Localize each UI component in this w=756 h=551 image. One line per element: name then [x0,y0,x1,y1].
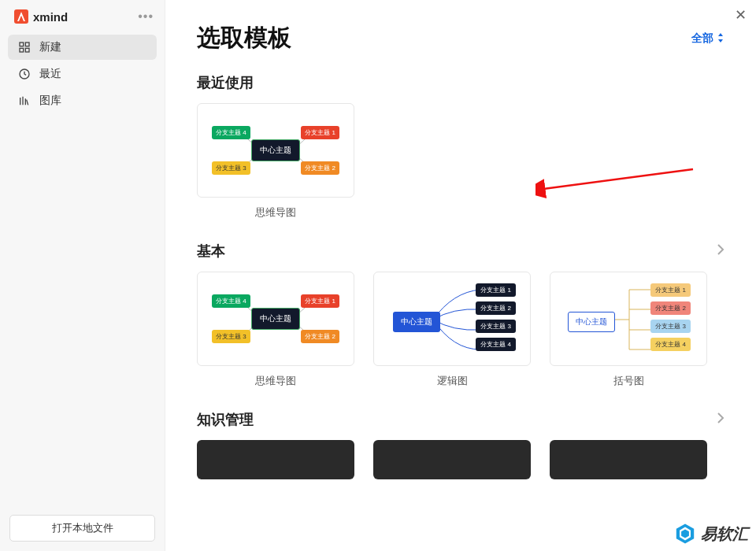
sidebar-item-label: 新建 [39,40,61,54]
node-child: 分支主题 2 [476,301,516,315]
library-icon [17,94,32,108]
sidebar-footer: 打开本地文件 [0,505,165,551]
template-card-wrap: 分支主题 4 分支主题 1 中心主题 分支主题 3 分支主题 2 思维导图 [197,103,354,220]
sidebar-item-recent[interactable]: 最近 [8,61,157,87]
logic-children: 分支主题 1 分支主题 2 分支主题 3 分支主题 4 [476,283,516,351]
sidebar-item-new[interactable]: 新建 [8,35,157,60]
open-local-file-button[interactable]: 打开本地文件 [9,515,155,542]
template-card-dark[interactable] [550,440,707,479]
sidebar-item-label: 图库 [39,94,61,108]
node-bottomright: 分支主题 2 [301,161,339,175]
node-bottomright: 分支主题 2 [301,330,339,343]
node-topright: 分支主题 1 [301,126,339,139]
section-recent: 最近使用 分支主题 4 分支主题 1 中心主题 分支主题 3 分支主题 2 [197,73,724,220]
node-bottomleft: 分支主题 3 [212,330,250,343]
section-knowledge: 知识管理 [197,410,724,479]
template-card-wrap: 中心主题 分支主题 1 分支主题 2 分支主题 3 分支主题 4 括号图 [550,272,707,388]
section-header: 知识管理 [197,410,724,429]
grid-icon [17,40,32,54]
clock-icon [17,67,32,81]
node-topleft: 分支主题 4 [212,294,250,308]
main: ✕ 选取模板 全部 最近使用 [165,0,756,551]
template-card-bracket[interactable]: 中心主题 分支主题 1 分支主题 2 分支主题 3 分支主题 4 [550,272,707,366]
watermark-logo-icon [674,523,696,545]
watermark: 易软汇 [674,523,748,545]
section-basic: 基本 分支主题 4 分支主题 1 中心主题 分支主题 [197,242,724,388]
content: 选取模板 全部 最近使用 [165,0,756,551]
filter-label: 全部 [691,31,713,46]
svg-rect-3 [25,48,29,52]
node-child: 分支主题 3 [476,320,516,333]
template-card-dark[interactable] [197,440,354,479]
sidebar-item-library[interactable]: 图库 [8,88,157,113]
card-label: 逻辑图 [437,374,468,388]
node-child: 分支主题 4 [650,338,691,351]
filter-dropdown[interactable]: 全部 [691,31,724,46]
node-bottomleft: 分支主题 3 [212,161,250,175]
node-child: 分支主题 3 [650,320,691,333]
section-header: 最近使用 [197,73,724,92]
svg-rect-2 [20,48,24,52]
node-center: 中心主题 [251,308,300,330]
title-row: 选取模板 全部 [197,22,724,54]
sidebar-item-label: 最近 [39,67,61,81]
page-title: 选取模板 [197,22,291,54]
mindmap-thumbnail: 分支主题 4 分支主题 1 中心主题 分支主题 3 分支主题 2 [198,104,354,197]
app-logo-icon [14,9,28,24]
chevron-right-icon[interactable] [717,412,724,427]
node-child: 分支主题 2 [650,301,691,315]
section-title: 知识管理 [197,410,254,429]
node-topleft: 分支主题 4 [212,126,250,139]
template-card-wrap: 分支主题 4 分支主题 1 中心主题 分支主题 3 分支主题 2 思维导图 [197,272,354,388]
close-icon[interactable]: ✕ [735,6,747,24]
more-icon[interactable]: ••• [138,9,154,24]
node-topright: 分支主题 1 [301,294,339,308]
node-child: 分支主题 1 [476,283,516,297]
brand-name: xmind [33,10,68,24]
card-label: 思维导图 [255,374,296,388]
template-card-logic[interactable]: 中心主题 分支主题 1 分支主题 2 分支主题 3 分支主题 4 [373,272,531,366]
node-child: 分支主题 1 [650,283,691,297]
sidebar: xmind ••• 新建 最近 图库 [0,0,165,551]
bracket-children: 分支主题 1 分支主题 2 分支主题 3 分支主题 4 [650,283,691,351]
brand: xmind [14,9,68,24]
cards-row: 分支主题 4 分支主题 1 中心主题 分支主题 3 分支主题 2 思维导图 [197,272,724,388]
template-card-mindmap[interactable]: 分支主题 4 分支主题 1 中心主题 分支主题 3 分支主题 2 [197,103,354,198]
node-center: 中心主题 [568,312,615,332]
svg-rect-0 [20,43,24,46]
svg-rect-1 [25,43,29,46]
watermark-text: 易软汇 [701,523,748,545]
sidebar-nav: 新建 最近 图库 [0,31,165,118]
sort-icon [717,32,724,45]
node-center: 中心主题 [393,312,440,332]
cards-row: 分支主题 4 分支主题 1 中心主题 分支主题 3 分支主题 2 思维导图 [197,103,724,220]
sidebar-header: xmind ••• [0,0,165,31]
template-card-dark[interactable] [373,440,531,479]
mindmap-thumbnail: 分支主题 4 分支主题 1 中心主题 分支主题 3 分支主题 2 [198,272,354,365]
template-card-wrap: 中心主题 分支主题 1 分支主题 2 分支主题 3 分支主题 4 逻辑图 [373,272,531,388]
node-center: 中心主题 [251,139,300,161]
node-child: 分支主题 4 [476,338,516,351]
cards-row [197,440,724,479]
card-label: 括号图 [613,374,644,388]
card-label: 思维导图 [255,205,296,220]
section-header: 基本 [197,242,724,261]
template-card-mindmap[interactable]: 分支主题 4 分支主题 1 中心主题 分支主题 3 分支主题 2 [197,272,354,366]
chevron-right-icon[interactable] [717,243,724,259]
section-title: 最近使用 [197,73,254,92]
section-title: 基本 [197,242,225,261]
